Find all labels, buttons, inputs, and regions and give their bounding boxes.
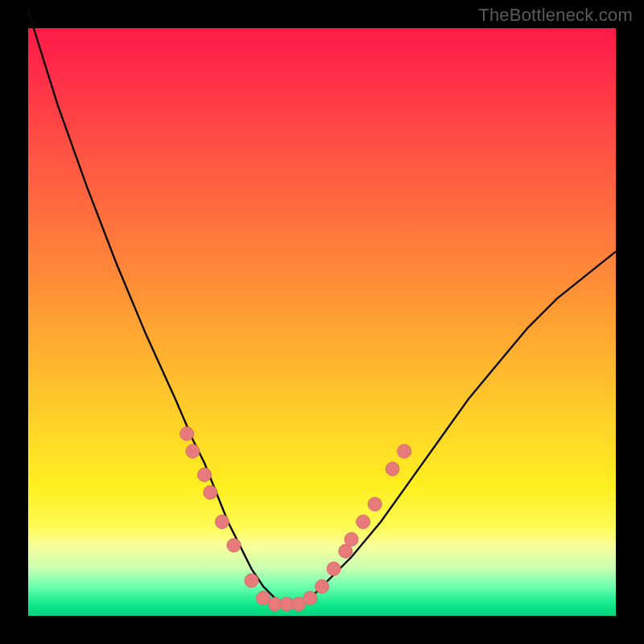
curve-marker [316, 580, 329, 593]
curve-marker [368, 497, 382, 511]
curve-marker [198, 468, 212, 481]
curve-marker [386, 462, 399, 476]
curve-marker [204, 485, 217, 499]
curve-marker [327, 562, 341, 576]
chart-frame: TheBottleneck.com [0, 0, 644, 644]
curve-marker [345, 533, 358, 547]
curve-marker [245, 574, 258, 588]
bottleneck-curve [28, 10, 616, 604]
curve-marker [186, 444, 200, 458]
curve-marker [180, 427, 194, 440]
watermark-text: TheBottleneck.com [478, 5, 633, 26]
plot-area [28, 28, 616, 616]
curve-marker [398, 444, 411, 458]
curve-markers [180, 427, 411, 611]
curve-marker [357, 515, 370, 529]
curve-marker [303, 592, 317, 605]
curve-marker [215, 515, 229, 529]
curve-marker [227, 539, 241, 552]
chart-svg [28, 28, 616, 616]
